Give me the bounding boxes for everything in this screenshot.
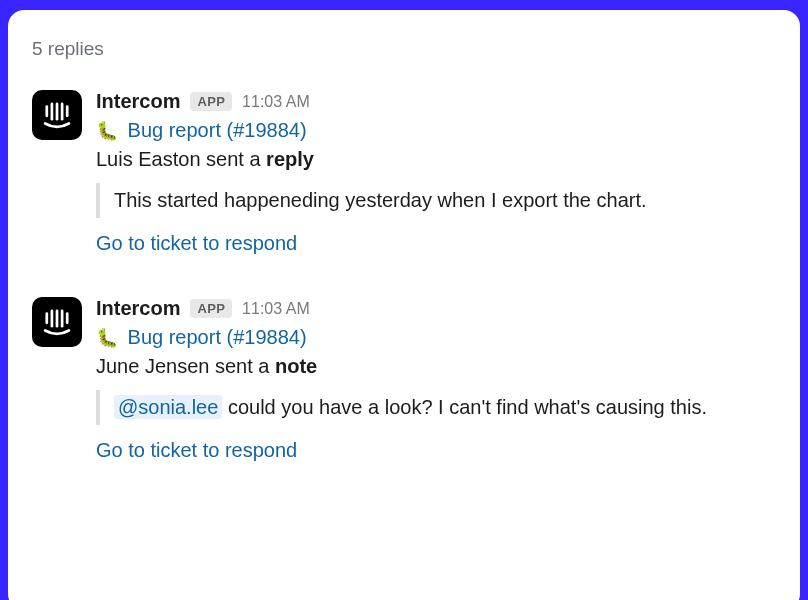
quote-block: This started happeneding yesterday when … [96,183,776,218]
timestamp: 11:03 AM [242,300,310,318]
app-badge: APP [190,92,232,111]
quote-text-part: could you have a look? I can't find what… [222,396,707,418]
bug-report-link[interactable]: Bug report (#19884) [128,119,307,141]
message: Intercom APP 11:03 AM 🐛 Bug report (#198… [32,90,776,255]
app-badge: APP [190,299,232,318]
intercom-avatar [32,297,82,347]
action-prefix: Luis Easton sent a [96,148,266,170]
bug-icon: 🐛 [96,328,118,348]
message-header: Intercom APP 11:03 AM [96,90,776,113]
intercom-avatar [32,90,82,140]
quote-text: This started happeneding yesterday when … [114,189,762,212]
bug-report-link[interactable]: Bug report (#19884) [128,326,307,348]
action-line: June Jensen sent a note [96,355,776,378]
go-to-ticket-link[interactable]: Go to ticket to respond [96,232,297,254]
quote-block: @sonia.lee could you have a look? I can'… [96,390,776,425]
action-line: Luis Easton sent a reply [96,148,776,171]
thread-panel: 5 replies Intercom APP 11:03 AM [8,10,800,600]
message-header: Intercom APP 11:03 AM [96,297,776,320]
message-body: Intercom APP 11:03 AM 🐛 Bug report (#198… [96,297,776,462]
quote-text: @sonia.lee could you have a look? I can'… [114,396,762,419]
message: Intercom APP 11:03 AM 🐛 Bug report (#198… [32,297,776,462]
report-title-line: 🐛 Bug report (#19884) [96,119,776,142]
action-type: reply [266,148,314,170]
quote-text-part: This started happeneding yesterday when … [114,189,647,211]
intercom-icon [40,98,74,132]
author-name: Intercom [96,297,180,320]
timestamp: 11:03 AM [242,93,310,111]
bug-icon: 🐛 [96,121,118,141]
go-to-ticket-link[interactable]: Go to ticket to respond [96,439,297,461]
mention[interactable]: @sonia.lee [114,395,222,419]
action-prefix: June Jensen sent a [96,355,275,377]
message-body: Intercom APP 11:03 AM 🐛 Bug report (#198… [96,90,776,255]
author-name: Intercom [96,90,180,113]
replies-count: 5 replies [32,38,776,60]
intercom-icon [40,305,74,339]
report-title-line: 🐛 Bug report (#19884) [96,326,776,349]
action-type: note [275,355,317,377]
